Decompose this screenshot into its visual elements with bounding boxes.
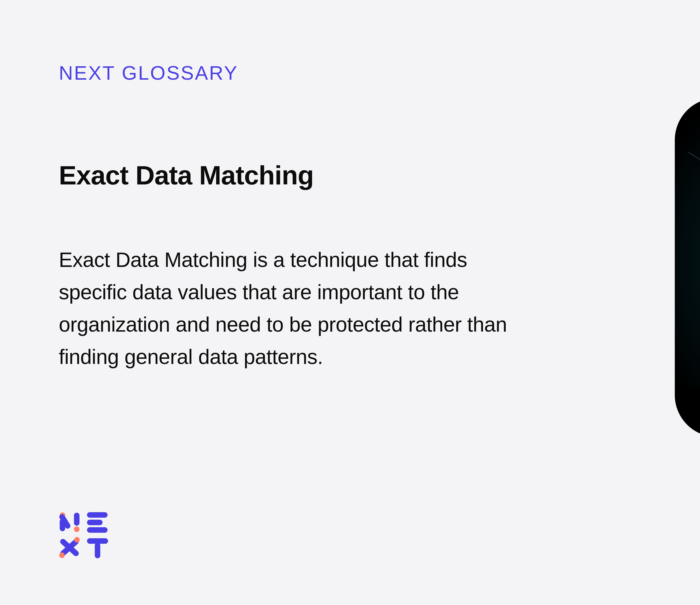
svg-point-20 xyxy=(59,553,65,558)
svg-rect-17 xyxy=(87,527,107,533)
svg-rect-13 xyxy=(74,513,79,526)
page-title: Exact Data Matching xyxy=(59,160,700,191)
next-logo-icon xyxy=(59,511,109,559)
svg-rect-16 xyxy=(87,520,102,525)
abstract-cubes-illustration xyxy=(675,98,700,437)
svg-line-0 xyxy=(689,152,700,250)
svg-point-14 xyxy=(74,527,79,532)
eyebrow-label: NEXT GLOSSARY xyxy=(59,62,700,84)
svg-point-21 xyxy=(74,537,80,542)
definition-body: Exact Data Matching is a technique that … xyxy=(59,244,521,373)
svg-rect-15 xyxy=(87,512,107,517)
svg-rect-23 xyxy=(95,543,100,558)
hero-image xyxy=(675,98,700,437)
glossary-slide: NEXT GLOSSARY Exact Data Matching Exact … xyxy=(0,0,700,605)
next-logo xyxy=(59,511,109,559)
